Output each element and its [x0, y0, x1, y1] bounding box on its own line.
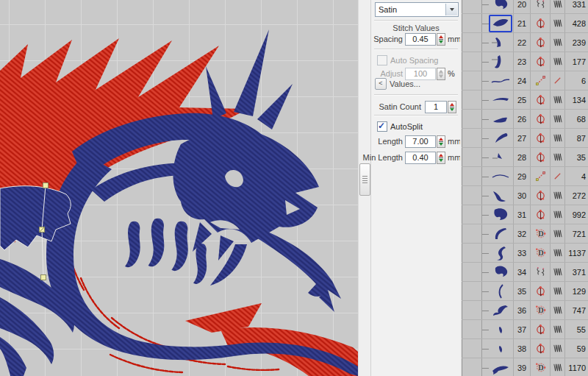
zigzag-stitch-icon — [551, 0, 565, 13]
object-thumbnail[interactable] — [482, 167, 514, 185]
length-input[interactable]: 7.00 — [405, 135, 436, 148]
adjust-unit: % — [448, 69, 455, 78]
object-list[interactable]: 2033121428222392317724625134266827872835… — [460, 0, 588, 376]
auto-spacing-checkbox[interactable] — [377, 55, 387, 65]
stitch-count: 331 — [565, 0, 588, 13]
object-thumbnail[interactable] — [482, 339, 514, 358]
object-row-30[interactable]: 30272 — [462, 186, 588, 205]
object-row-21[interactable]: 21428 — [462, 14, 588, 33]
panel-splitter[interactable] — [358, 0, 371, 376]
spacing-spinner[interactable] — [437, 33, 445, 46]
object-thumbnail[interactable] — [482, 263, 514, 281]
svg-text:D: D — [538, 363, 543, 372]
stitch-type-select[interactable]: Satin — [375, 2, 459, 17]
object-thumbnail[interactable] — [482, 244, 514, 262]
object-row-33[interactable]: 33D1137 — [462, 244, 588, 263]
object-row-31[interactable]: 31992 — [462, 205, 588, 224]
object-thumbnail[interactable] — [482, 358, 514, 376]
object-thumbnail[interactable] — [482, 282, 514, 300]
selection-handle[interactable] — [41, 275, 46, 280]
running-stitch-icon — [531, 71, 551, 90]
object-thumbnail[interactable] — [482, 148, 514, 166]
satin-column-icon — [531, 14, 551, 32]
satin-column-icon — [531, 91, 551, 109]
object-row-23[interactable]: 23177 — [462, 52, 588, 71]
object-row-37[interactable]: 3755 — [462, 320, 588, 339]
object-thumbnail[interactable] — [482, 14, 514, 32]
object-row-29[interactable]: 294 — [462, 167, 588, 186]
divider — [374, 115, 458, 116]
zigzag-stitch-icon — [551, 320, 565, 338]
object-row-25[interactable]: 25134 — [462, 91, 588, 110]
object-row-20[interactable]: 20331 — [462, 0, 588, 14]
object-row-27[interactable]: 2787 — [462, 129, 588, 148]
zigzag-stitch-icon — [551, 148, 565, 166]
object-row-26[interactable]: 2668 — [462, 110, 588, 129]
min-length-input[interactable]: 0.40 — [405, 152, 436, 164]
spacing-label: Spacing — [371, 35, 403, 43]
zigzag-stitch-icon — [551, 205, 565, 224]
satin-count-input[interactable]: 1 — [425, 101, 447, 113]
zigzag-stitch-icon — [551, 110, 565, 128]
divider — [374, 20, 458, 21]
divider — [374, 49, 458, 49]
selection-handle[interactable] — [43, 183, 49, 188]
object-row-35[interactable]: 35129 — [462, 282, 588, 301]
object-row-28[interactable]: 2835 — [462, 148, 588, 167]
object-thumbnail[interactable] — [482, 129, 514, 147]
object-row-39[interactable]: 39D1170 — [462, 358, 588, 376]
splitter-grip-handle[interactable] — [359, 163, 370, 196]
zigzag-stitch-icon — [551, 263, 565, 281]
object-thumbnail[interactable] — [482, 0, 514, 13]
stitch-count: 35 — [565, 148, 588, 166]
object-thumbnail[interactable] — [482, 186, 514, 205]
object-thumbnail[interactable] — [482, 205, 514, 224]
object-thumbnail[interactable] — [482, 301, 514, 319]
autosplit-label: AutoSplit — [390, 122, 423, 131]
list-gutter — [462, 282, 482, 300]
object-thumbnail[interactable] — [482, 91, 514, 109]
min-length-spinner[interactable] — [437, 152, 445, 164]
satin-column-icon — [531, 339, 551, 358]
stitch-count: 239 — [565, 33, 588, 52]
satin-column-icon — [531, 148, 551, 166]
list-gutter — [462, 301, 482, 319]
zigzag-stitch-icon — [551, 33, 565, 52]
length-unit: mm — [448, 137, 461, 146]
satin-column-icon — [531, 129, 551, 147]
object-row-34[interactable]: 34371 — [462, 263, 588, 282]
dragon-design-artwork[interactable] — [0, 0, 358, 376]
length-spinner[interactable] — [437, 135, 445, 148]
stitch-count: 721 — [565, 224, 588, 243]
spacing-input[interactable]: 0.45 — [405, 33, 436, 46]
autosplit-checkbox[interactable] — [377, 121, 387, 132]
object-row-32[interactable]: 32D721 — [462, 224, 588, 244]
length-label: Length — [371, 137, 403, 146]
object-thumbnail[interactable] — [482, 110, 514, 128]
design-canvas[interactable] — [0, 0, 358, 376]
dropdown-button[interactable] — [445, 4, 457, 15]
stitch-count: 59 — [565, 339, 588, 358]
object-thumbnail[interactable] — [482, 71, 514, 90]
list-gutter — [462, 167, 482, 185]
object-number: 32 — [514, 224, 531, 243]
object-row-38[interactable]: 3859 — [462, 339, 588, 358]
spacing-row: Spacing 0.45 mm — [371, 33, 461, 46]
satin-column-icon — [531, 282, 551, 300]
object-row-22[interactable]: 22239 — [462, 33, 588, 52]
satin-count-row: Satin Count 1 — [371, 101, 461, 113]
object-number: 33 — [514, 244, 531, 262]
stitch-count: 1170 — [565, 358, 588, 376]
object-thumbnail[interactable] — [482, 52, 514, 71]
object-row-36[interactable]: 36D747 — [462, 301, 588, 320]
length-row: Length 7.00 mm — [371, 135, 461, 148]
satin-count-spinner[interactable] — [448, 101, 456, 113]
object-thumbnail[interactable] — [482, 320, 514, 338]
object-thumbnail[interactable] — [482, 224, 514, 243]
object-row-24[interactable]: 246 — [462, 71, 588, 91]
zigzag-stitch-icon — [551, 91, 565, 109]
values-collapse-button[interactable]: < — [375, 78, 387, 90]
object-thumbnail[interactable] — [482, 33, 514, 52]
auto-split-row: AutoSplit — [371, 121, 461, 133]
values-label[interactable]: Values... — [390, 79, 420, 88]
